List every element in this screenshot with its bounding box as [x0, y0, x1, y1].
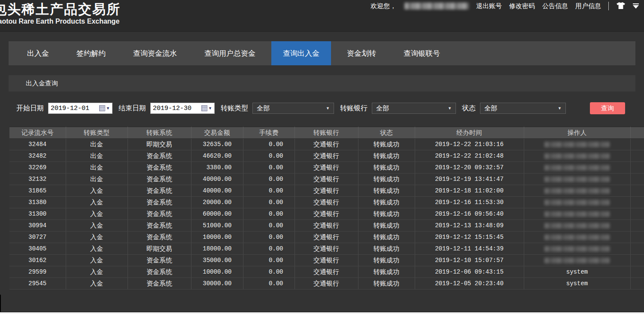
tab-query-unionpay-number[interactable]: 查询银联号	[392, 41, 452, 65]
table-row: 32484出金即期交易32635.000.00交通银行转账成功2019-12-2…	[9, 139, 644, 150]
cell-filler	[630, 174, 644, 185]
cell-transfer-system: 资金系统	[128, 197, 191, 208]
collapse-chevron-icon[interactable]	[633, 3, 639, 9]
cell-operator	[524, 243, 630, 255]
cell-transfer-system: 资金系统	[128, 150, 191, 162]
cell-transfer-system: 资金系统	[128, 220, 191, 232]
cell-operator	[524, 208, 630, 220]
shirt-icon[interactable]	[616, 2, 626, 11]
column-header: 交易金额	[191, 127, 243, 139]
cell-transfer-type: 入金	[66, 208, 128, 220]
logout-link[interactable]: 退出账号	[476, 2, 502, 10]
cell-record-id: 29599	[9, 266, 66, 278]
cell-record-id: 30162	[9, 255, 66, 266]
cell-time: 2019-12-05 20:23:40	[415, 278, 524, 290]
cell-transfer-system: 资金系统	[128, 266, 191, 278]
operator-redacted	[544, 246, 610, 252]
tab-query-fund-flow[interactable]: 查询资金流水	[122, 41, 188, 65]
cell-fee: 0.00	[243, 174, 295, 185]
cell-filler	[630, 197, 644, 208]
tab-query-deposit-withdrawal[interactable]: 查询出入金	[271, 41, 331, 65]
cell-time: 2019-12-22 21:03:16	[415, 139, 524, 150]
cell-bank: 交通银行	[295, 243, 358, 255]
cell-time: 2019-12-20 09:32:57	[415, 162, 524, 174]
transfer-type-label: 转账类型	[221, 104, 248, 113]
logo-title-cn: 包头稀土产品交易所	[0, 3, 121, 17]
tab-fund-transfer[interactable]: 资金划转	[335, 41, 388, 65]
cell-operator: system	[524, 266, 630, 278]
transfer-bank-label: 转账银行	[340, 104, 368, 113]
end-date-input[interactable]: ▼	[150, 103, 215, 114]
page-title: 出入金查询	[26, 79, 58, 87]
cell-transfer-system: 资金系统	[128, 232, 191, 243]
cell-fee: 0.00	[243, 232, 295, 243]
cell-time: 2019-12-12 15:15:45	[415, 232, 524, 243]
column-header: 记录流水号	[9, 127, 66, 139]
cell-transfer-type: 入金	[66, 255, 128, 266]
transfer-type-value: 全部	[257, 104, 270, 113]
table-row: 29599入金资金系统10000.000.00交通银行转账成功2019-12-0…	[9, 266, 644, 278]
cell-operator	[524, 185, 630, 197]
start-date-field[interactable]	[51, 105, 99, 112]
chevron-down-icon: ▼	[326, 106, 330, 110]
table-row: 29545入金资金系统30000.000.00交通银行转账成功2019-12-0…	[9, 278, 644, 290]
cell-status: 转账成功	[358, 232, 415, 243]
chevron-down-icon[interactable]: ▼	[208, 106, 212, 110]
operator-redacted	[544, 223, 610, 229]
window-left-edge	[0, 295, 1, 314]
change-password-link[interactable]: 修改密码	[509, 2, 535, 10]
cell-status: 转账成功	[358, 174, 415, 185]
column-header: 转账类型	[66, 127, 128, 139]
announcements-link[interactable]: 公告信息	[542, 2, 568, 10]
cell-transfer-type: 入金	[66, 185, 128, 197]
status-select[interactable]: 全部 ▼	[480, 103, 566, 114]
column-header-filler	[630, 127, 644, 139]
cell-operator	[524, 255, 630, 266]
cell-transfer-type: 出金	[66, 150, 128, 162]
cell-record-id: 32482	[9, 150, 66, 162]
cell-filler	[630, 150, 644, 162]
tab-deposit-withdrawal[interactable]: 出入金	[15, 41, 61, 65]
cell-transfer-type: 入金	[66, 278, 128, 290]
cell-bank: 交通银行	[295, 150, 358, 162]
cell-bank: 交通银行	[295, 162, 358, 174]
transfer-bank-select[interactable]: 全部 ▼	[372, 103, 456, 114]
cell-status: 转账成功	[358, 162, 415, 174]
cell-filler	[630, 278, 644, 290]
chevron-down-icon: ▼	[558, 106, 562, 110]
cell-bank: 交通银行	[295, 185, 358, 197]
cell-amount: 40000.00	[191, 185, 243, 197]
table-row: 30162入金资金系统35000.000.00交通银行转账成功2019-12-1…	[9, 255, 644, 266]
tab-query-user-total-funds[interactable]: 查询用户总资金	[193, 41, 267, 65]
transfer-type-select[interactable]: 全部 ▼	[252, 103, 334, 114]
cell-fee: 0.00	[243, 220, 295, 232]
query-button[interactable]: 查询	[590, 102, 625, 114]
table-row: 31380入金资金系统20000.000.00交通银行转账成功2019-12-1…	[9, 197, 644, 208]
cell-operator: system	[524, 278, 630, 290]
calendar-icon[interactable]	[201, 105, 207, 111]
cell-bank: 交通银行	[295, 197, 358, 208]
user-info-link[interactable]: 用户信息	[575, 2, 601, 10]
cell-fee: 0.00	[243, 255, 295, 266]
start-date-input[interactable]: ▼	[48, 103, 112, 114]
calendar-icon[interactable]	[99, 105, 105, 111]
top-header: 包头稀土产品交易所 Baotou Rare Earth Products Exc…	[0, 0, 644, 32]
cell-operator	[524, 232, 630, 243]
cell-status: 转账成功	[358, 208, 415, 220]
cell-transfer-system: 资金系统	[128, 174, 191, 185]
cell-transfer-system: 即期交易	[128, 243, 191, 255]
end-date-field[interactable]	[153, 105, 201, 112]
chevron-down-icon[interactable]: ▼	[106, 106, 110, 110]
cell-amount: 30000.00	[191, 278, 243, 290]
cell-amount: 3380.00	[191, 162, 243, 174]
cell-transfer-system: 资金系统	[128, 255, 191, 266]
cell-operator	[524, 139, 630, 150]
cell-status: 转账成功	[358, 185, 415, 197]
cell-amount: 60000.00	[191, 208, 243, 220]
cell-bank: 交通银行	[295, 255, 358, 266]
cell-filler	[630, 232, 644, 243]
cell-time: 2019-12-11 14:54:39	[415, 243, 524, 255]
cell-bank: 交通银行	[295, 232, 358, 243]
cell-status: 转账成功	[358, 243, 415, 255]
tab-sign-unsign[interactable]: 签约解约	[65, 41, 117, 65]
